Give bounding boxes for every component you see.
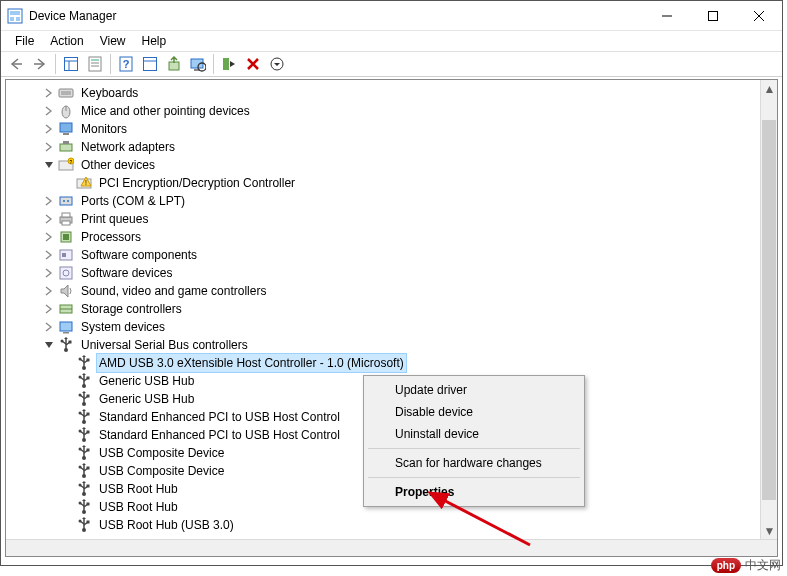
tree-item-label[interactable]: Mice and other pointing devices xyxy=(78,101,253,121)
context-menu-item[interactable]: Scan for hardware changes xyxy=(367,452,581,474)
chevron-right-icon[interactable] xyxy=(42,248,56,262)
tree-row[interactable]: AMD USB 3.0 eXtensible Host Controller -… xyxy=(10,354,777,372)
scroll-up-icon[interactable]: ▲ xyxy=(761,80,778,97)
svg-text:?: ? xyxy=(123,58,130,70)
tree-row[interactable]: Monitors xyxy=(10,120,777,138)
tree-item-label[interactable]: Software devices xyxy=(78,263,175,283)
tree-item-label[interactable]: Sound, video and game controllers xyxy=(78,281,269,301)
tree-item-label[interactable]: USB Composite Device xyxy=(96,461,227,481)
tree-item-label[interactable]: Storage controllers xyxy=(78,299,185,319)
chevron-right-icon[interactable] xyxy=(42,122,56,136)
tree-item-label[interactable]: Keyboards xyxy=(78,83,141,103)
help-button[interactable]: ? xyxy=(115,53,137,75)
tree-row[interactable]: Sound, video and game controllers xyxy=(10,282,777,300)
usb-icon xyxy=(76,391,92,407)
tree-row[interactable]: System devices xyxy=(10,318,777,336)
no-arrow xyxy=(60,410,74,424)
context-menu-separator xyxy=(368,448,580,449)
tree-row[interactable]: Software components xyxy=(10,246,777,264)
scroll-down-icon[interactable]: ▼ xyxy=(761,522,778,539)
chevron-right-icon[interactable] xyxy=(42,266,56,280)
context-menu-item[interactable]: Disable device xyxy=(367,401,581,423)
tree-row[interactable]: Storage controllers xyxy=(10,300,777,318)
dropdown-button[interactable] xyxy=(266,53,288,75)
show-hide-tree-button[interactable] xyxy=(60,53,82,75)
chevron-right-icon[interactable] xyxy=(42,302,56,316)
svg-rect-50 xyxy=(63,234,69,240)
tree-row[interactable]: Ports (COM & LPT) xyxy=(10,192,777,210)
tree-item-label[interactable]: Standard Enhanced PCI to USB Host Contro… xyxy=(96,425,343,445)
tree-row[interactable]: Print queues xyxy=(10,210,777,228)
tree-row[interactable]: ?Other devices xyxy=(10,156,777,174)
back-button[interactable] xyxy=(5,53,27,75)
horizontal-scrollbar[interactable] xyxy=(6,539,777,556)
vertical-scrollbar[interactable]: ▲ ▼ xyxy=(760,80,777,539)
tree-row[interactable]: USB Root Hub (USB 3.0) xyxy=(10,516,777,534)
forward-button[interactable] xyxy=(29,53,51,75)
tree-item-label[interactable]: PCI Encryption/Decryption Controller xyxy=(96,173,298,193)
tree-item-label[interactable]: USB Composite Device xyxy=(96,443,227,463)
update-driver-button[interactable] xyxy=(163,53,185,75)
chevron-right-icon[interactable] xyxy=(42,104,56,118)
window-title: Device Manager xyxy=(29,9,116,23)
tree-item-label[interactable]: Standard Enhanced PCI to USB Host Contro… xyxy=(96,407,343,427)
context-menu-item[interactable]: Uninstall device xyxy=(367,423,581,445)
chevron-down-icon[interactable] xyxy=(42,338,56,352)
context-menu-item[interactable]: Properties xyxy=(367,481,581,503)
context-menu-item[interactable]: Update driver xyxy=(367,379,581,401)
tree-item-label[interactable]: Generic USB Hub xyxy=(96,389,197,409)
tree-item-label[interactable]: USB Root Hub xyxy=(96,497,181,517)
toolbar: ? xyxy=(1,51,782,77)
tree-row[interactable]: Processors xyxy=(10,228,777,246)
svg-rect-48 xyxy=(62,221,70,225)
chevron-right-icon[interactable] xyxy=(42,86,56,100)
chevron-right-icon[interactable] xyxy=(42,320,56,334)
tree-item-label[interactable]: System devices xyxy=(78,317,168,337)
no-arrow xyxy=(60,464,74,478)
maximize-button[interactable] xyxy=(690,1,736,31)
netadapter-icon xyxy=(58,139,74,155)
chevron-down-icon[interactable] xyxy=(42,158,56,172)
monitor-icon xyxy=(58,121,74,137)
tree-item-label[interactable]: Processors xyxy=(78,227,144,247)
scan-hardware-button[interactable] xyxy=(187,53,209,75)
tree-item-label[interactable]: Monitors xyxy=(78,119,130,139)
tree-item-label[interactable]: Software components xyxy=(78,245,200,265)
tree-item-label[interactable]: USB Root Hub xyxy=(96,479,181,499)
minimize-button[interactable] xyxy=(644,1,690,31)
chevron-right-icon[interactable] xyxy=(42,212,56,226)
tree-row[interactable]: Universal Serial Bus controllers xyxy=(10,336,777,354)
menu-help[interactable]: Help xyxy=(134,32,175,50)
tree-item-label[interactable]: Generic USB Hub xyxy=(96,371,197,391)
tree-item-label[interactable]: Universal Serial Bus controllers xyxy=(78,335,251,355)
svg-rect-57 xyxy=(60,322,72,331)
tree-item-label[interactable]: Ports (COM & LPT) xyxy=(78,191,188,211)
tree-item-label[interactable]: Print queues xyxy=(78,209,151,229)
tree-row[interactable]: Keyboards xyxy=(10,84,777,102)
menu-action[interactable]: Action xyxy=(42,32,91,50)
enable-button[interactable] xyxy=(218,53,240,75)
scroll-thumb[interactable] xyxy=(762,120,776,500)
tree-item-label[interactable]: USB Root Hub (USB 3.0) xyxy=(96,515,237,535)
tree-row[interactable]: Network adapters xyxy=(10,138,777,156)
action-button[interactable] xyxy=(139,53,161,75)
chevron-right-icon[interactable] xyxy=(42,140,56,154)
tree-item-label[interactable]: Network adapters xyxy=(78,137,178,157)
chevron-right-icon[interactable] xyxy=(42,284,56,298)
tree-row[interactable]: Mice and other pointing devices xyxy=(10,102,777,120)
chevron-right-icon[interactable] xyxy=(42,194,56,208)
svg-point-105 xyxy=(79,466,82,469)
tree-item-label[interactable]: AMD USB 3.0 eXtensible Host Controller -… xyxy=(96,353,407,373)
usb-icon xyxy=(76,499,92,515)
menu-view[interactable]: View xyxy=(92,32,134,50)
properties-button[interactable] xyxy=(84,53,106,75)
tree-item-label[interactable]: Other devices xyxy=(78,155,158,175)
chevron-right-icon[interactable] xyxy=(42,230,56,244)
svg-rect-10 xyxy=(65,58,78,71)
uninstall-button[interactable] xyxy=(242,53,264,75)
menu-file[interactable]: File xyxy=(7,32,42,50)
tree-row[interactable]: Software devices xyxy=(10,264,777,282)
close-button[interactable] xyxy=(736,1,782,31)
svg-point-123 xyxy=(79,520,82,523)
tree-row[interactable]: !PCI Encryption/Decryption Controller xyxy=(10,174,777,192)
